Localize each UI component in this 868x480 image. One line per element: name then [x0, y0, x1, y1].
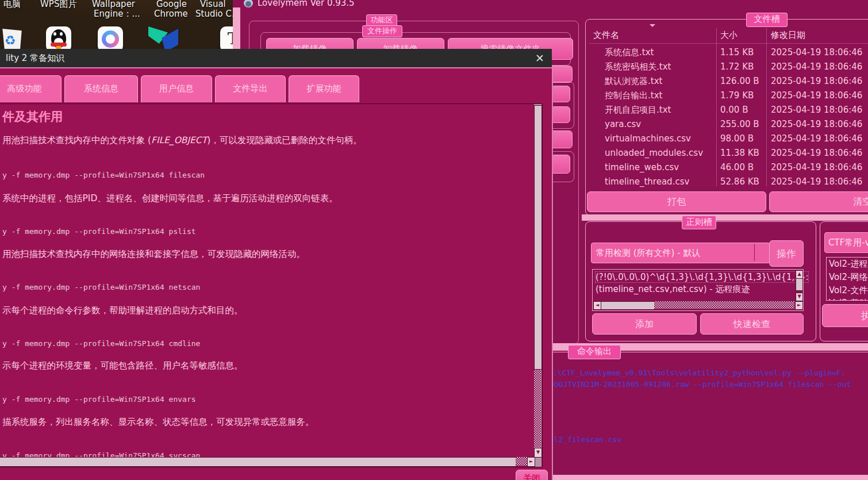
- ctf-item[interactable]: Vol2-剪贴板: [829, 298, 868, 301]
- column-header-filename[interactable]: 文件名: [593, 30, 619, 41]
- v-scrollbar-track[interactable]: [534, 370, 541, 447]
- scroll-up-button[interactable]: ▲: [796, 270, 803, 279]
- output-line: ol2_filescan.csv: [550, 435, 621, 444]
- close-icon[interactable]: [536, 54, 544, 62]
- content-command: y -f memory.dmp --profile=Win7SP1x64 psl…: [2, 227, 196, 236]
- regex-preset-select[interactable]: 常用检测 (所有文件) - 默认: [591, 243, 770, 263]
- tab-user-info[interactable]: 用户信息: [141, 75, 212, 102]
- combo-divider: [754, 244, 755, 261]
- content-paragraph: 系统中的进程，包括PID、进程名、创建时间等信息，基于遍历活动进程的双向链表。: [2, 193, 338, 205]
- add-regex-button[interactable]: 添加: [592, 313, 697, 335]
- clear-button[interactable]: 清空: [769, 191, 868, 212]
- desktop-label-wps: WPS图片: [40, 0, 76, 10]
- content-command: y -f memory.dmp --profile=Win7SP1x64 env…: [2, 395, 196, 404]
- desktop-label-wallpaper-2: Engine：...: [94, 9, 140, 20]
- content-paragraph: 示每个进程的环境变量，可能包含路径、用户名等敏感信息。: [2, 360, 243, 372]
- scrollbar-thumb[interactable]: [601, 301, 655, 310]
- content-command: y -f memory.dmp --profile=Win7SP1x64 net…: [2, 283, 200, 291]
- wallpaper-engine-icon[interactable]: [98, 26, 123, 52]
- app-title[interactable]: Lovelymem Ver 0.93.5: [258, 0, 355, 8]
- column-divider: [766, 28, 767, 186]
- file-slot-label: 文件槽: [746, 13, 788, 27]
- tab-extensions[interactable]: 扩展功能: [289, 75, 359, 102]
- sort-chevron-down-icon[interactable]: [650, 24, 655, 27]
- desktop-label-chrome-1: Google: [156, 0, 187, 9]
- ctf-run-button[interactable]: 执行: [822, 304, 868, 327]
- desktop-label-chrome-2: Chrome: [154, 9, 188, 19]
- h-scrollbar-track[interactable]: [516, 457, 527, 466]
- content-paragraph: 示每个进程的命令行参数，帮助理解进程的启动方式和目的。: [2, 305, 243, 317]
- pack-button[interactable]: 打包: [587, 191, 766, 212]
- content-paragraph: 用池扫描技术查找内存中的文件对象 (FILE_OBJECT)，可以发现隐藏或已删…: [2, 135, 362, 147]
- dialog-titlebar[interactable]: lity 2 常备知识: [0, 49, 552, 67]
- content-paragraph: 用池扫描技术查找内存中的网络连接和套接字信息，可发现隐藏的网络活动。: [2, 248, 305, 260]
- obscured-button-fragment[interactable]: [551, 106, 570, 123]
- tab-file-export[interactable]: 文件导出: [215, 75, 286, 102]
- regex-action-button[interactable]: 操作: [769, 240, 804, 267]
- content-command: y -f memory.dmp --profile=Win7SP1x64 fil…: [2, 171, 205, 179]
- content-paragraph: 描系统服务，列出服务名称、显示名称、状态等信息，可发现异常或恶意服务。: [2, 416, 314, 428]
- scrollbar-track[interactable]: [654, 301, 794, 309]
- regex-item[interactable]: (?!0\.0\.0\.0)^\d{1,3}\.\d{1,3}\.\d{1,3}…: [596, 272, 808, 282]
- regex-slot-label: 正则槽: [682, 216, 716, 229]
- column-header-size[interactable]: 大小: [720, 30, 738, 41]
- regex-listbox[interactable]: (?!0\.0\.0\.0)^\d{1,3}\.\d{1,3}\.\d{1,3}…: [592, 269, 804, 311]
- scroll-right-button[interactable]: ►: [527, 457, 535, 467]
- output-line: DOOJTVIN21M-20231005-091206.raw --profil…: [550, 380, 851, 389]
- panel-splitter[interactable]: [582, 214, 868, 221]
- file-ops-label: 文件操作: [362, 25, 402, 37]
- scroll-right-button[interactable]: ►: [795, 301, 803, 310]
- v-scrollbar-thumb[interactable]: [534, 105, 542, 370]
- scroll-down-button[interactable]: ▼: [534, 448, 542, 458]
- column-divider: [716, 28, 717, 186]
- ctf-item[interactable]: Vol2-文件扫描: [829, 285, 868, 296]
- dialog-content: 件及其作用 用池扫描技术查找内存中的文件对象 (FILE_OBJECT)，可以发…: [0, 103, 543, 467]
- header-divider: [589, 43, 868, 44]
- tab-advanced[interactable]: 高级功能: [0, 75, 62, 102]
- tab-system-info[interactable]: 系统信息: [64, 75, 138, 102]
- obscured-button-fragment[interactable]: [551, 155, 570, 174]
- obscured-button-fragment[interactable]: [551, 86, 570, 102]
- output-line: :\CTF_Lovelymem_v0.91\Tools\volatility2_…: [553, 368, 846, 377]
- file-object-term: FILE_OBJECT: [151, 135, 207, 145]
- ctf-preset-select[interactable]: CTF常用-vol2: [824, 232, 868, 253]
- dialog-title: lity 2 常备知识: [6, 53, 64, 64]
- regex-item[interactable]: (timeline_net.csv,net.csv) - 远程痕迹: [596, 284, 750, 295]
- column-header-date[interactable]: 修改日期: [771, 30, 805, 41]
- quick-check-button[interactable]: 快速检查: [700, 313, 804, 335]
- ribbon-label: 功能区: [366, 14, 397, 26]
- desktop-label-computer: 电脑: [3, 0, 21, 10]
- scroll-left-button[interactable]: ◄: [593, 301, 601, 310]
- h-scrollbar-thumb[interactable]: [0, 457, 516, 467]
- ctf-listbox[interactable]: Vol2-进程列表 Vol2-网络扫描 Vol2-文件扫描 Vol2-剪贴板: [826, 257, 868, 301]
- desktop-label-wallpaper-1: Wallpaper: [92, 0, 135, 9]
- ctf-item[interactable]: Vol2-进程列表: [829, 259, 868, 270]
- output-panel-label: 命令输出: [568, 345, 621, 359]
- desktop-label-vs-1: Visual: [200, 0, 226, 9]
- dialog-close-button[interactable]: 关闭: [516, 470, 548, 480]
- screen: 电脑 WPS图片 Wallpaper Engine：... Google Chr…: [0, 0, 868, 480]
- content-command: y -f memory.dmp --profile=Win7SP1x64 cmd…: [2, 339, 200, 348]
- ctf-item[interactable]: Vol2-网络扫描: [829, 272, 868, 283]
- qq-icon[interactable]: [46, 26, 71, 52]
- scrollbar-thumb[interactable]: [796, 278, 803, 291]
- scroll-down-button[interactable]: ▼: [796, 293, 803, 301]
- content-heading: 件及其作用: [2, 109, 63, 125]
